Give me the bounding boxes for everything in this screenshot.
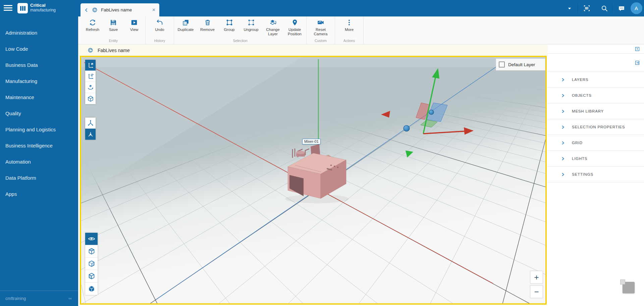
- sidebar-item-administration[interactable]: Administration: [0, 25, 78, 41]
- view-front-button[interactable]: [85, 270, 98, 282]
- user-avatar[interactable]: A: [629, 0, 644, 16]
- sidebar-item-apps[interactable]: Apps: [0, 186, 78, 202]
- sidebar-item-low-code[interactable]: Low Code: [0, 41, 78, 57]
- view-iso-button[interactable]: [85, 282, 98, 295]
- entity-icon: [92, 7, 98, 13]
- orbit-view-button[interactable]: [85, 233, 98, 245]
- object-label: Mixer-01: [302, 139, 321, 144]
- accordion-mesh-library[interactable]: MESH LIBRARY: [548, 103, 644, 119]
- group-button[interactable]: Group: [218, 16, 240, 39]
- undo-button[interactable]: Undo: [149, 16, 170, 39]
- accordion-lights[interactable]: LIGHTS: [548, 151, 644, 167]
- reset-camera-button[interactable]: Reset Camera: [310, 16, 331, 39]
- remove-button[interactable]: Remove: [197, 16, 218, 39]
- accordion-label: GRID: [572, 141, 583, 145]
- rotate-tool-button[interactable]: [85, 82, 96, 93]
- chat-icon[interactable]: [615, 0, 628, 16]
- panel-up-icon[interactable]: [635, 46, 640, 52]
- translate-icon: [87, 61, 94, 69]
- default-layer-checkbox[interactable]: [499, 61, 505, 68]
- chevron-right-icon: [561, 141, 565, 145]
- tab-fablives[interactable]: FabLives name ✕: [80, 3, 159, 16]
- accordion-label: SETTINGS: [572, 172, 593, 176]
- axis-mode-tools: [85, 118, 96, 140]
- group-icon: [226, 19, 233, 26]
- sidebar-item-planning-logistics[interactable]: Planning and Logistics: [0, 121, 78, 137]
- undo-icon: [156, 19, 163, 26]
- group-label-custom: Custom: [310, 39, 331, 44]
- sidebar-item-manufacturing[interactable]: Manufacturing: [0, 73, 78, 89]
- view-top-button[interactable]: [85, 245, 98, 258]
- sidebar-nav: Administration Low Code Business Data Ma…: [0, 16, 78, 202]
- sidebar-item-business-data[interactable]: Business Data: [0, 57, 78, 73]
- sidebar-item-maintenance[interactable]: Maintenance: [0, 89, 78, 105]
- refresh-button[interactable]: Refresh: [82, 16, 103, 39]
- top-bar: FabLives name ✕ A: [78, 0, 644, 16]
- brand-line1: Critical: [30, 3, 56, 8]
- button-label: Duplicate: [178, 28, 194, 32]
- accordion-label: OBJECTS: [572, 93, 592, 97]
- update-position-button[interactable]: Update Position: [284, 16, 306, 39]
- 3d-scene[interactable]: [81, 57, 545, 303]
- caret-down-icon[interactable]: [565, 0, 575, 16]
- chevron-right-icon: [561, 173, 565, 176]
- global-axes-button[interactable]: [85, 129, 96, 140]
- view-side-button[interactable]: [85, 258, 98, 270]
- chevron-right-icon: [561, 125, 565, 129]
- more-button[interactable]: More: [339, 16, 360, 39]
- connection-signal-icon[interactable]: [67, 296, 73, 301]
- more-dots-icon: [345, 19, 353, 26]
- hamburger-menu-icon[interactable]: [4, 5, 12, 12]
- button-label: Group: [224, 28, 235, 32]
- change-layer-button[interactable]: Change Layer: [262, 16, 284, 39]
- sidebar-item-business-intelligence[interactable]: Business Intelligence: [0, 137, 78, 154]
- chevron-right-icon: [561, 94, 565, 97]
- gizmo-sphere[interactable]: [404, 125, 410, 131]
- accordion-selection-properties[interactable]: SELECTION PROPERTIES: [548, 119, 644, 135]
- barcode-icon[interactable]: [580, 0, 593, 16]
- group-label-entity: Entity: [82, 39, 145, 44]
- sidebar-item-automation[interactable]: Automation: [0, 154, 78, 170]
- scale-tool-button[interactable]: [85, 93, 96, 104]
- change-layer-icon: [269, 19, 277, 26]
- topbar-separator: [578, 3, 578, 13]
- tab-close-icon[interactable]: ✕: [152, 7, 156, 12]
- search-icon[interactable]: [598, 0, 611, 16]
- button-label: Change Layer: [262, 28, 284, 36]
- minimized-widget-handle[interactable]: [623, 282, 635, 293]
- accordion-settings[interactable]: SETTINGS: [548, 167, 644, 182]
- ungroup-button[interactable]: Ungroup: [240, 16, 262, 39]
- duplicate-icon: [182, 19, 190, 26]
- view-button[interactable]: View: [124, 16, 145, 39]
- translate-tool-button[interactable]: [85, 60, 96, 71]
- properties-panel: LAYERS OBJECTS MESH LIBRARY SELECTION PR…: [548, 44, 644, 306]
- sidebar-item-quality[interactable]: Quality: [0, 105, 78, 121]
- accordion-layers[interactable]: LAYERS: [548, 72, 644, 88]
- gizmo-sphere[interactable]: [429, 110, 434, 115]
- viewport-frame: Default Layer + − Mixer-01: [80, 56, 547, 305]
- back-chevron-icon[interactable]: [84, 8, 89, 12]
- zoom-in-button[interactable]: +: [530, 271, 543, 284]
- cube-solid-icon: [88, 285, 96, 293]
- breadcrumb: FabLives name: [78, 44, 548, 56]
- entity-icon: [88, 47, 93, 53]
- button-label: Ungroup: [244, 28, 258, 32]
- accordion-objects[interactable]: OBJECTS: [548, 88, 644, 103]
- sidebar-item-data-platform[interactable]: Data Platform: [0, 170, 78, 186]
- panel-right-icon[interactable]: [635, 60, 640, 65]
- zoom-out-button[interactable]: −: [530, 285, 543, 298]
- default-layer-chip: Default Layer: [496, 58, 545, 71]
- chevron-right-icon: [561, 78, 565, 82]
- accordion-grid[interactable]: GRID: [548, 135, 644, 151]
- rotate-icon: [87, 84, 94, 91]
- ribbon-toolbar: Refresh Save View Entity Undo: [78, 16, 644, 44]
- local-axes-button[interactable]: [85, 118, 96, 129]
- duplicate-button[interactable]: Duplicate: [175, 16, 197, 39]
- translate-local-tool-button[interactable]: [85, 71, 96, 82]
- accordion-label: LAYERS: [572, 78, 588, 82]
- sidebar: Critical manufacturing Administration Lo…: [0, 0, 78, 306]
- accordion-label: LIGHTS: [572, 157, 587, 161]
- group-label-selection: Selection: [175, 39, 306, 44]
- save-button[interactable]: Save: [103, 16, 124, 39]
- breadcrumb-title: FabLives name: [98, 48, 130, 53]
